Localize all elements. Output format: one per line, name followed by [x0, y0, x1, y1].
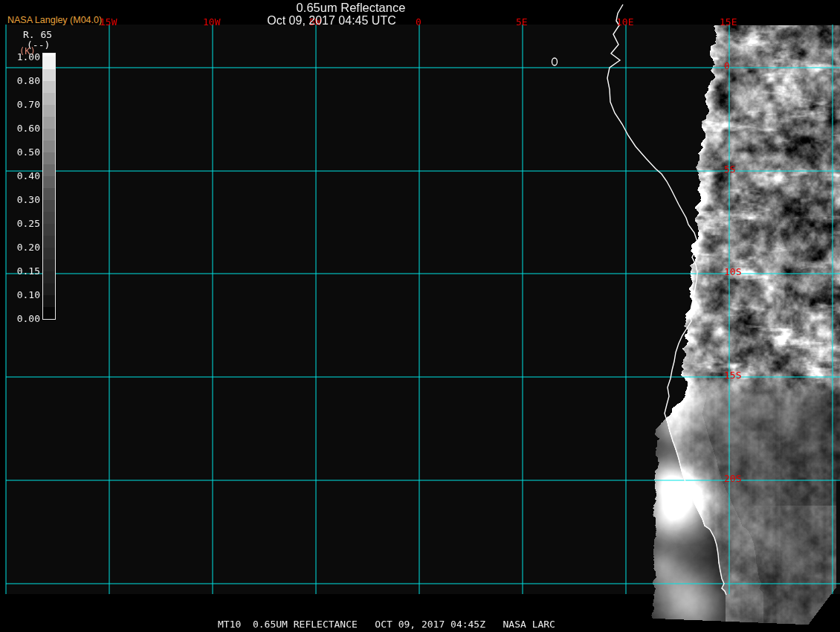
lon-label: 10E: [616, 16, 633, 28]
lon-label: 15W: [100, 16, 117, 28]
colorbar-tick-label: 0.30: [7, 194, 40, 205]
colorbar-tick-label: 0.50: [7, 146, 40, 158]
lat-label: 15S: [724, 370, 741, 381]
footer-caption: MT10 0.65UM REFLECTANCE OCT 09, 2017 04:…: [218, 619, 555, 630]
lon-label: 15E: [720, 16, 737, 28]
colorbar-tick-label: 0.60: [7, 123, 40, 134]
lat-label: 20S: [724, 473, 741, 484]
colorbar-tick-label: 0.00: [7, 313, 40, 324]
coastline: [607, 4, 726, 595]
colorbar-tick-label: 0.15: [7, 265, 40, 277]
lat-label: 10S: [724, 266, 741, 277]
island-outline: [552, 58, 558, 65]
colorbar-tick-label: 1.00: [7, 51, 40, 62]
colorbar-tick-label: 0.20: [7, 242, 40, 253]
latlon-gridlines: [6, 25, 840, 594]
colorbar-tick-label: 0.80: [7, 75, 40, 86]
map-grid-overlay: [0, 0, 840, 632]
image-title: 0.65um Reflectance: [297, 1, 406, 15]
lat-label: 0: [724, 60, 730, 71]
satellite-product-view: 15W10W5W05E10E15E 05S10S15S20S NASA Lang…: [0, 0, 840, 632]
image-timestamp: Oct 09, 2017 04:45 UTC: [267, 14, 395, 28]
colorbar-gradient: [42, 53, 56, 320]
lon-label: 10W: [203, 16, 220, 28]
lat-label: 5S: [724, 164, 736, 175]
colorbar-tick-label: 0.25: [7, 218, 40, 229]
colorbar-tick-label: 0.40: [7, 170, 40, 181]
colorbar-title: R. 65: [23, 29, 52, 40]
lon-label: 5E: [516, 16, 528, 28]
colorbar-tick-label: 0.10: [7, 289, 40, 300]
islands: [552, 58, 558, 65]
lon-label: 0: [416, 16, 421, 28]
colorbar-tick-label: 0.70: [7, 99, 40, 110]
